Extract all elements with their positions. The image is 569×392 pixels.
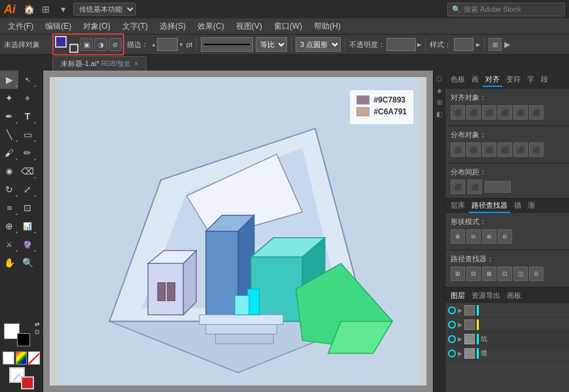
- crop-btn[interactable]: ⊡: [498, 267, 512, 281]
- tab-pathfinder[interactable]: 路径查找器: [469, 199, 510, 213]
- eraser-tool[interactable]: ⌫ ▾: [18, 162, 37, 180]
- dist-space-v-btn[interactable]: ⬛: [468, 180, 482, 194]
- pencil-tool[interactable]: ✏ ▾: [18, 144, 37, 162]
- strip-btn-2[interactable]: ◈: [434, 85, 445, 95]
- align-left-btn[interactable]: ⬛: [451, 105, 465, 120]
- fill-stroke-indicator[interactable]: [55, 36, 78, 53]
- arrange-windows-icon[interactable]: ⊞: [39, 3, 52, 16]
- menu-item-对象O[interactable]: 对象(O): [78, 20, 115, 33]
- stroke-swatch[interactable]: [69, 44, 78, 53]
- warp-tool[interactable]: ≋ ▾: [0, 199, 18, 217]
- stroke-mode-icon[interactable]: ▣: [80, 38, 93, 51]
- align-top-btn[interactable]: ⬛: [498, 105, 512, 120]
- canvas[interactable]: #9C7893 #C6A791: [50, 77, 426, 385]
- layer-vis-4[interactable]: [448, 350, 456, 357]
- tab-color-swatch[interactable]: 色板: [448, 73, 468, 87]
- shape-tool[interactable]: ▭ ▾: [18, 125, 37, 144]
- tab-layers[interactable]: 图层: [448, 289, 468, 302]
- slice-tool[interactable]: ⚔ ▾: [0, 235, 18, 253]
- gradient-mode-icon[interactable]: ◑: [94, 38, 107, 51]
- minus-front-btn[interactable]: ⊖: [466, 229, 481, 244]
- menu-item-文字T[interactable]: 文字(T): [117, 20, 153, 33]
- distribute-spacing-input[interactable]: 0 px: [485, 181, 511, 193]
- stroke-preview[interactable]: [201, 37, 253, 52]
- dist-center-v-btn[interactable]: ⬛: [513, 142, 528, 157]
- zoom-tool[interactable]: 🔍: [18, 253, 37, 272]
- layer-expand-4[interactable]: ▶: [458, 350, 462, 357]
- dist-left-btn[interactable]: ⬛: [451, 142, 465, 157]
- align-right-btn[interactable]: ⬛: [482, 105, 496, 120]
- line-tool[interactable]: ╲ ▾: [0, 125, 18, 144]
- swap-colors-icon[interactable]: ⇄: [35, 321, 40, 327]
- home-icon[interactable]: 🏠: [22, 3, 35, 16]
- layer-item-3[interactable]: ▶ 坑: [445, 332, 569, 346]
- opacity-dropdown-icon[interactable]: ▶: [417, 42, 421, 48]
- tab-transform[interactable]: 变符: [504, 73, 523, 87]
- tab-para[interactable]: 段: [538, 73, 551, 87]
- dist-center-h-btn[interactable]: ⬛: [466, 142, 481, 157]
- tab-align[interactable]: 对齐: [483, 73, 502, 87]
- align-center-h-btn[interactable]: ⬛: [466, 105, 481, 120]
- more-options-icon[interactable]: ▶: [504, 40, 510, 49]
- stroke-width-input[interactable]: 2: [157, 38, 178, 51]
- dist-bottom-btn[interactable]: ⬛: [529, 142, 543, 157]
- stroke-down-arrow[interactable]: ▼: [179, 42, 184, 48]
- free-transform-tool[interactable]: ⊡: [18, 199, 37, 217]
- tab-describe[interactable]: 描: [511, 199, 524, 213]
- fill-swatch[interactable]: [55, 36, 67, 48]
- layer-expand-3[interactable]: ▶: [458, 336, 462, 342]
- paintbrush-tool[interactable]: 🖌 ▾: [0, 144, 18, 162]
- layer-vis-3[interactable]: [448, 335, 456, 343]
- rotate-tool[interactable]: ↻ ▾: [0, 180, 18, 199]
- outline-btn[interactable]: ◫: [513, 267, 528, 281]
- arrange-dropdown-icon[interactable]: ▾: [56, 3, 69, 16]
- brush-type-select[interactable]: 3 点圆形: [296, 37, 341, 52]
- menu-item-效果C[interactable]: 效果(C): [192, 20, 230, 33]
- menu-item-窗口W[interactable]: 窗口(W): [269, 20, 307, 33]
- workspace-selector[interactable]: 传统基本功能: [73, 3, 136, 16]
- dist-top-btn[interactable]: ⬛: [498, 142, 512, 157]
- layer-item-4[interactable]: ▶ 塔: [445, 346, 569, 361]
- layer-expand-2[interactable]: ▶: [458, 321, 462, 328]
- type-tool[interactable]: T ▾: [18, 107, 37, 125]
- direct-selection-tool[interactable]: ↖ ▾: [18, 71, 37, 89]
- arrange-icon[interactable]: ⊞: [489, 38, 502, 51]
- eyedropper-tool[interactable]: 🔮 ▾: [18, 235, 37, 253]
- stock-search-bar[interactable]: 🔍 搜索 Adobe Stock: [447, 3, 565, 16]
- align-bottom-btn[interactable]: ⬛: [529, 105, 543, 120]
- stroke-up-arrow[interactable]: ▲: [151, 42, 156, 48]
- menu-item-文件F[interactable]: 文件(F): [3, 20, 39, 33]
- tab-paint[interactable]: 画: [469, 73, 481, 87]
- minus-back-btn[interactable]: ⊖: [529, 267, 543, 281]
- dist-right-btn[interactable]: ⬛: [482, 142, 496, 157]
- none-mode-icon[interactable]: ⊘: [109, 38, 122, 51]
- trim-btn[interactable]: ⊟: [466, 267, 481, 281]
- shape-builder-tool[interactable]: ⊕ ▾: [0, 217, 18, 235]
- strip-btn-1[interactable]: ⬡: [434, 73, 445, 84]
- tab-gradient[interactable]: 渐: [525, 199, 538, 213]
- exclude-btn[interactable]: ⊘: [498, 229, 512, 244]
- intersect-btn[interactable]: ⊗: [482, 229, 496, 244]
- align-center-v-btn[interactable]: ⬛: [513, 105, 528, 120]
- gradient-mode-icon[interactable]: [16, 351, 27, 365]
- layer-item-2[interactable]: ▶: [445, 318, 569, 332]
- layer-expand-1[interactable]: ▶: [458, 307, 462, 314]
- menu-item-视图V[interactable]: 视图(V): [231, 20, 267, 33]
- chart-tool[interactable]: 📊 ▾: [18, 217, 37, 235]
- magic-wand-tool[interactable]: ✦: [0, 89, 18, 107]
- tab-artboard[interactable]: 画板: [504, 289, 524, 302]
- tab-assets[interactable]: 资源导出: [469, 289, 503, 302]
- background-color-box[interactable]: [17, 333, 30, 346]
- tab-layer-lib[interactable]: 层库: [448, 199, 468, 213]
- divide-btn[interactable]: ⊞: [451, 267, 465, 281]
- unite-btn[interactable]: ⊕: [451, 229, 465, 244]
- strip-btn-4[interactable]: ◧: [434, 108, 445, 119]
- dist-space-h-btn[interactable]: ⬛: [451, 180, 465, 194]
- color-mode-icon[interactable]: [3, 351, 14, 365]
- hand-tool[interactable]: ✋: [0, 253, 18, 272]
- selection-tool[interactable]: ▶ ▾: [0, 71, 18, 89]
- lasso-tool[interactable]: ⌖: [18, 89, 37, 107]
- style-preview[interactable]: [454, 38, 474, 51]
- merge-btn[interactable]: ⊠: [482, 267, 496, 281]
- blob-brush-tool[interactable]: ◉: [0, 162, 18, 180]
